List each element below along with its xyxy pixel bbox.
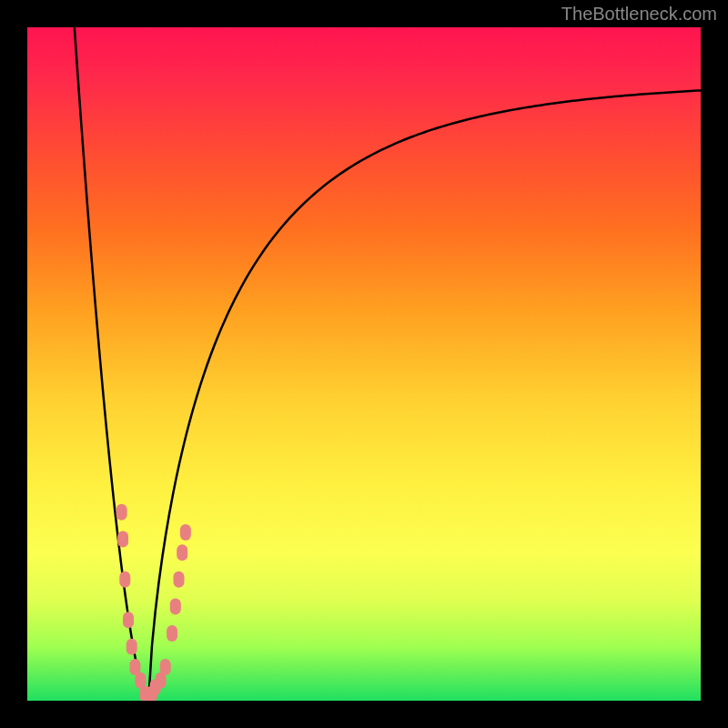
scatter-point: [167, 625, 177, 642]
watermark-text: TheBottleneck.com: [561, 4, 717, 25]
scatter-point: [174, 571, 185, 588]
scatter-point: [116, 504, 127, 521]
scatter-point: [123, 612, 134, 628]
scatter-point: [177, 544, 187, 561]
chart-svg: [27, 27, 701, 701]
scatter-point: [180, 524, 191, 541]
scatter-point: [160, 659, 171, 675]
scatter-point: [117, 531, 128, 547]
curve-group: [75, 27, 701, 701]
scatter-point: [119, 571, 130, 588]
scatter-point: [170, 598, 181, 614]
bottleneck-curve: [75, 27, 701, 701]
scatter-point: [126, 639, 137, 655]
